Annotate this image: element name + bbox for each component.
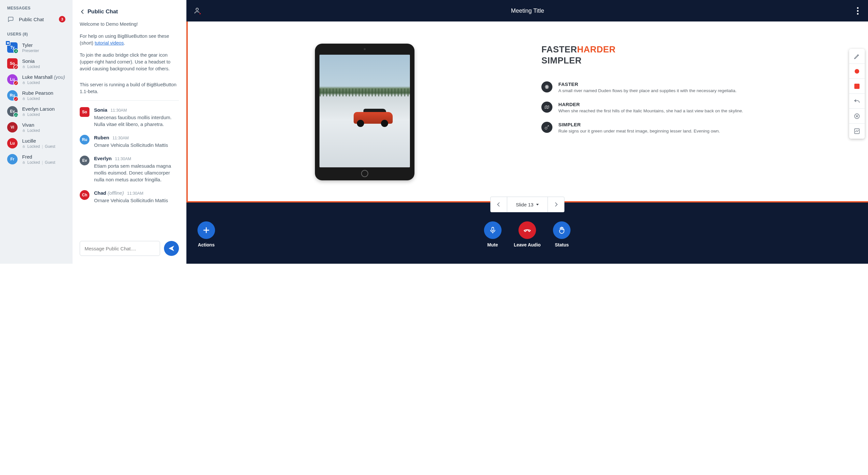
meeting-bottombar: Actions Mute Leave Audio Status [186, 221, 868, 264]
svg-line-5 [15, 82, 17, 84]
user-row[interactable]: TyTylerPresenter [0, 40, 72, 56]
status-indicator-icon [13, 49, 19, 54]
pencil-icon [854, 53, 860, 60]
presenter-badge-icon [5, 40, 10, 46]
svg-rect-13 [23, 147, 25, 148]
status-label: Status [555, 242, 569, 247]
avatar: So [80, 107, 90, 117]
svg-rect-4 [23, 67, 25, 68]
message-time: 11:30AM [111, 108, 127, 113]
user-row[interactable]: LuLuke Marshall (you)Locked [0, 71, 72, 88]
meeting-pane: Meeting Title FASTERHARDERSIMPLER FASTER… [186, 0, 868, 264]
messages-list: SoSonia11:30AMMaecenas faucibus mollis i… [80, 107, 179, 204]
slide-image-area [188, 22, 541, 203]
send-button[interactable] [164, 241, 179, 256]
leave-audio-button[interactable] [518, 221, 536, 239]
users-heading: USERS (8) [0, 27, 72, 40]
prev-slide-button[interactable] [491, 197, 507, 212]
annotation-toolbar [849, 49, 865, 139]
svg-line-3 [15, 66, 17, 68]
tool-color[interactable] [849, 79, 865, 94]
user-sub-label: Locked [27, 81, 40, 85]
feature-item: HARDERWhen she reached the first hills o… [541, 101, 860, 114]
welcome-paragraph: This server is running a build of BigBlu… [80, 81, 179, 95]
chat-pane: Public Chat Welcome to Demo Meeting!For … [72, 0, 186, 264]
tool-undo[interactable] [849, 94, 865, 109]
svg-rect-10 [17, 115, 17, 116]
chat-title: Public Chat [88, 8, 118, 15]
chat-message: SoSonia11:30AMMaecenas faucibus mollis i… [80, 107, 179, 128]
message-author: Chad (offline) [94, 190, 124, 196]
next-slide-button[interactable] [548, 197, 564, 212]
avatar: Vi [7, 122, 18, 132]
actions-button[interactable] [197, 221, 215, 239]
tool-pencil[interactable] [849, 49, 865, 64]
svg-rect-8 [23, 99, 25, 100]
feature-title: SIMPLER [558, 122, 720, 127]
status-indicator-icon [13, 96, 19, 101]
guest-label: Guest [45, 160, 55, 165]
message-author: Ruben [94, 135, 109, 140]
tool-thickness[interactable] [849, 64, 865, 79]
user-row[interactable]: LuLucilleLocked|Guest [0, 136, 72, 151]
avatar: Lu [7, 138, 18, 148]
public-chat-item[interactable]: Public Chat 3 [0, 14, 72, 27]
user-row[interactable]: ViVivanLocked [0, 119, 72, 136]
lock-icon [22, 145, 25, 148]
lock-icon [22, 129, 25, 132]
tool-fit[interactable] [849, 124, 865, 139]
compose-input[interactable] [80, 241, 160, 256]
user-name: Luke Marshall (you) [22, 74, 65, 80]
svg-rect-23 [492, 227, 494, 231]
svg-rect-6 [23, 83, 25, 84]
welcome-block: Welcome to Demo Meeting!For help on usin… [80, 21, 179, 95]
slide-select[interactable]: Slide 13 [507, 197, 548, 212]
user-name: Lucille [22, 138, 55, 144]
status-button[interactable] [553, 221, 571, 239]
presentation-area: FASTERHARDERSIMPLER FASTERA small river … [186, 22, 868, 203]
avatar: Ev [80, 156, 90, 166]
svg-point-15 [196, 8, 198, 10]
tool-clear[interactable] [849, 109, 865, 124]
options-menu-button[interactable] [854, 7, 861, 14]
feature-body: A small river named Duden flows by their… [558, 88, 737, 94]
tablet-mock [315, 43, 414, 180]
user-row[interactable]: EvEverlyn LarsonLocked [0, 103, 72, 119]
feature-item: SIMPLERRule signs our it green under mea… [541, 122, 860, 134]
undo-icon [854, 98, 861, 105]
svg-rect-9 [15, 115, 16, 116]
feature-item: FASTERA small river named Duden flows by… [541, 81, 860, 94]
status-indicator-icon [13, 64, 19, 70]
chat-message: RuRuben11:30AMOrnare Vehicula Sollicitud… [80, 135, 179, 148]
person-status-icon[interactable] [193, 7, 201, 14]
user-sub-label: Locked [27, 160, 40, 165]
chevron-right-icon [553, 202, 559, 207]
status-indicator-icon [13, 81, 19, 86]
lock-icon [22, 65, 25, 68]
avatar: Ru [80, 135, 90, 145]
status-indicator-icon [13, 112, 19, 118]
user-name: Everlyn Larson [22, 106, 55, 112]
user-row[interactable]: SoSoniaLocked [0, 56, 72, 71]
lock-icon [22, 81, 25, 84]
leave-audio-label: Leave Audio [514, 242, 541, 247]
message-author: Everlyn [94, 156, 112, 161]
slide-controls: Slide 13 [490, 197, 564, 212]
tutorial-link[interactable]: tutorial videos [95, 40, 124, 46]
user-sub-label: Locked [27, 128, 40, 133]
svg-rect-2 [16, 50, 16, 52]
user-sub-label: Locked [27, 64, 40, 69]
feature-icon [541, 122, 552, 133]
back-icon[interactable] [80, 9, 86, 14]
user-row[interactable]: RuRube PearsonLocked [0, 88, 72, 103]
guest-label: Guest [45, 144, 55, 149]
lock-icon [22, 113, 25, 116]
message-text: Etiam porta sem malesuada magna mollis e… [94, 162, 179, 183]
user-row[interactable]: FrFredLocked|Guest [0, 151, 72, 167]
user-sub-label: Locked [27, 144, 40, 149]
avatar: Ch [80, 190, 90, 200]
svg-rect-12 [23, 130, 25, 132]
mute-button[interactable] [484, 221, 501, 239]
hangup-icon [523, 226, 531, 234]
feature-icon [541, 101, 552, 113]
